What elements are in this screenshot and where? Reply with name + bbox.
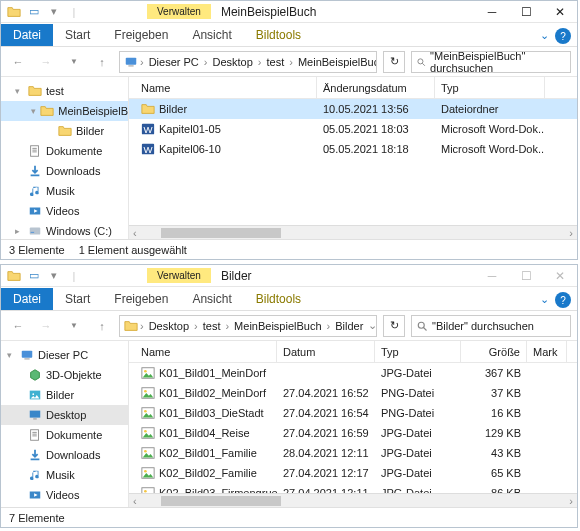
scrollbar-thumb[interactable] bbox=[161, 496, 281, 506]
ribbon-tab-file[interactable]: Datei bbox=[1, 24, 53, 46]
file-row[interactable]: K01_Bild01_MeinDorfJPG-Datei367 KB bbox=[129, 363, 577, 383]
breadcrumb-segment[interactable]: MeinBeispielBuch bbox=[295, 56, 377, 68]
refresh-button[interactable]: ↻ bbox=[383, 315, 405, 337]
nav-back-button[interactable]: ← bbox=[7, 51, 29, 73]
file-row[interactable]: K01_Bild02_MeinDorf27.04.2021 16:52PNG-D… bbox=[129, 383, 577, 403]
breadcrumb-segment[interactable]: MeinBeispielBuch bbox=[231, 320, 324, 332]
ribbon-tab-view[interactable]: Ansicht bbox=[180, 288, 243, 310]
breadcrumb-segment[interactable]: Bilder bbox=[332, 320, 366, 332]
nav-item[interactable]: ▾MeinBeispielB bbox=[1, 101, 128, 121]
breadcrumb-segment[interactable]: Desktop bbox=[146, 320, 192, 332]
nav-recent-dropdown[interactable]: ▼ bbox=[63, 315, 85, 337]
file-row[interactable]: K02_Bild03_Firmengrue...27.04.2021 12:11… bbox=[129, 483, 577, 493]
nav-item[interactable]: Bilder bbox=[1, 121, 128, 141]
horizontal-scrollbar[interactable]: ‹› bbox=[129, 493, 577, 507]
nav-recent-dropdown[interactable]: ▼ bbox=[63, 51, 85, 73]
column-headers[interactable]: Name Änderungsdatum Typ bbox=[129, 77, 577, 99]
nav-up-button[interactable]: ↑ bbox=[91, 51, 113, 73]
ribbon-expand-icon[interactable]: ⌄ bbox=[534, 289, 555, 310]
breadcrumb-segment[interactable]: Desktop bbox=[209, 56, 255, 68]
file-row[interactable]: K02_Bild01_Familie28.04.2021 12:11JPG-Da… bbox=[129, 443, 577, 463]
nav-up-button[interactable]: ↑ bbox=[91, 315, 113, 337]
nav-item[interactable]: ▾test bbox=[1, 81, 128, 101]
nav-item[interactable]: ▾Dieser PC bbox=[1, 345, 128, 365]
ribbon-tab-share[interactable]: Freigeben bbox=[102, 288, 180, 310]
file-row[interactable]: K02_Bild02_Familie27.04.2021 12:17JPG-Da… bbox=[129, 463, 577, 483]
breadcrumb-segment[interactable]: test bbox=[264, 56, 288, 68]
nav-item[interactable]: Videos bbox=[1, 485, 128, 505]
ribbon-expand-icon[interactable]: ⌄ bbox=[534, 25, 555, 46]
breadcrumb-bar[interactable]: › Dieser PC› Desktop› test› MeinBeispiel… bbox=[119, 51, 377, 73]
qat-dropdown-icon[interactable]: ▾ bbox=[45, 3, 63, 21]
expand-icon[interactable]: ▾ bbox=[15, 86, 24, 96]
breadcrumb-bar[interactable]: › Desktop› test› MeinBeispielBuch› Bilde… bbox=[119, 315, 377, 337]
window-title: Bilder bbox=[221, 269, 252, 283]
qat-dropdown-icon[interactable]: ▾ bbox=[45, 267, 63, 285]
close-button[interactable]: ✕ bbox=[543, 1, 577, 23]
nav-item[interactable]: ▸Windows (C:) bbox=[1, 221, 128, 239]
nav-item[interactable]: Desktop bbox=[1, 405, 128, 425]
ribbon-tab-start[interactable]: Start bbox=[53, 24, 102, 46]
nav-item-label: Windows (C:) bbox=[46, 225, 112, 237]
file-row[interactable]: K01_Bild04_Reise27.04.2021 16:59JPG-Date… bbox=[129, 423, 577, 443]
nav-tree[interactable]: ▾Dieser PC3D-ObjekteBilderDesktopDokumen… bbox=[1, 341, 129, 507]
minimize-button[interactable]: ─ bbox=[475, 1, 509, 23]
file-size: 43 KB bbox=[461, 447, 527, 459]
breadcrumb-dropdown-icon[interactable]: ⌄ bbox=[368, 319, 377, 332]
close-button[interactable]: ✕ bbox=[543, 265, 577, 287]
file-row[interactable]: Kapitel06-1005.05.2021 18:18Microsoft Wo… bbox=[129, 139, 577, 159]
nav-item[interactable]: ▸Windows (C:) bbox=[1, 505, 128, 507]
expand-icon[interactable]: ▾ bbox=[31, 106, 36, 116]
file-row[interactable]: Kapitel01-0505.05.2021 18:03Microsoft Wo… bbox=[129, 119, 577, 139]
col-name: Name bbox=[135, 77, 317, 98]
nav-item[interactable]: Downloads bbox=[1, 161, 128, 181]
qat-properties-icon[interactable]: ▭ bbox=[25, 267, 43, 285]
col-size: Größe bbox=[461, 341, 527, 362]
nav-item-label: Downloads bbox=[46, 165, 100, 177]
nav-back-button[interactable]: ← bbox=[7, 315, 29, 337]
expand-icon[interactable]: ▾ bbox=[7, 350, 16, 360]
nav-item[interactable]: Dokumente bbox=[1, 141, 128, 161]
ribbon-tab-file[interactable]: Datei bbox=[1, 288, 53, 310]
ribbon-tab-view[interactable]: Ansicht bbox=[180, 24, 243, 46]
nav-item[interactable]: Videos bbox=[1, 201, 128, 221]
nav-item[interactable]: Musik bbox=[1, 465, 128, 485]
nav-forward-button[interactable]: → bbox=[35, 51, 57, 73]
horizontal-scrollbar[interactable]: ‹› bbox=[129, 225, 577, 239]
file-row[interactable]: K01_Bild03_DieStadt27.04.2021 16:54PNG-D… bbox=[129, 403, 577, 423]
nav-forward-button[interactable]: → bbox=[35, 315, 57, 337]
col-type: Typ bbox=[435, 77, 545, 98]
search-box[interactable]: "MeinBeispielBuch" durchsuchen bbox=[411, 51, 571, 73]
col-type: Typ bbox=[375, 341, 461, 362]
nav-item[interactable]: Bilder bbox=[1, 385, 128, 405]
maximize-button[interactable]: ☐ bbox=[509, 1, 543, 23]
expand-icon[interactable]: ▸ bbox=[15, 226, 24, 236]
refresh-button[interactable]: ↻ bbox=[383, 51, 405, 73]
ribbon-tab-start[interactable]: Start bbox=[53, 288, 102, 310]
col-date: Änderungsdatum bbox=[317, 77, 435, 98]
nav-item[interactable]: Downloads bbox=[1, 445, 128, 465]
maximize-button[interactable]: ☐ bbox=[509, 265, 543, 287]
nav-item[interactable]: Musik bbox=[1, 181, 128, 201]
status-bar: 7 Elemente bbox=[1, 507, 577, 527]
nav-tree[interactable]: ▾test▾MeinBeispielBBilderDokumenteDownlo… bbox=[1, 77, 129, 239]
ribbon-tab-picturetools[interactable]: Bildtools bbox=[244, 24, 313, 46]
breadcrumb-segment[interactable]: test bbox=[200, 320, 224, 332]
breadcrumb-segment[interactable]: Dieser PC bbox=[146, 56, 202, 68]
ribbon-tab-share[interactable]: Freigeben bbox=[102, 24, 180, 46]
nav-item[interactable]: Dokumente bbox=[1, 425, 128, 445]
nav-item[interactable]: 3D-Objekte bbox=[1, 365, 128, 385]
help-icon[interactable]: ? bbox=[555, 292, 571, 308]
titlebar[interactable]: ▭ ▾ | Verwalten MeinBeispielBuch ─ ☐ ✕ bbox=[1, 1, 577, 23]
contextual-tab-label: Verwalten bbox=[147, 268, 211, 283]
file-row[interactable]: Bilder10.05.2021 13:56Dateiordner bbox=[129, 99, 577, 119]
scrollbar-thumb[interactable] bbox=[161, 228, 281, 238]
minimize-button[interactable]: ─ bbox=[475, 265, 509, 287]
nav-item-label: MeinBeispielB bbox=[58, 105, 128, 117]
qat-properties-icon[interactable]: ▭ bbox=[25, 3, 43, 21]
search-box[interactable]: "Bilder" durchsuchen bbox=[411, 315, 571, 337]
help-icon[interactable]: ? bbox=[555, 28, 571, 44]
ribbon-tab-picturetools[interactable]: Bildtools bbox=[244, 288, 313, 310]
titlebar[interactable]: ▭ ▾ | Verwalten Bilder ─ ☐ ✕ bbox=[1, 265, 577, 287]
column-headers[interactable]: Name Datum Typ Größe Mark bbox=[129, 341, 577, 363]
